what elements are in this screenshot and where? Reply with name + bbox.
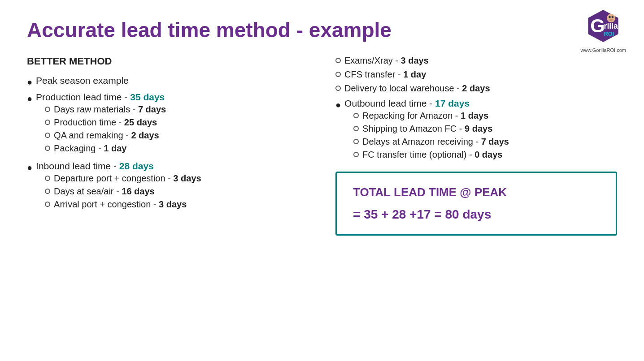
sea-days: 16 days (122, 186, 154, 196)
prod-time-days: 25 days (124, 117, 157, 127)
sub-item-delays-amazon: Delays at Amazon receiving - 7 days (353, 137, 509, 147)
svg-point-7 (609, 19, 613, 21)
sub-item-repacking: Repacking for Amazon - 1 days (353, 111, 509, 121)
bullet-icon: ● (27, 77, 32, 87)
list-item-production: ● Production lead time - 35 days Days ra… (27, 92, 309, 156)
logo-url: www.GorillaROI.com (581, 47, 626, 53)
fc-transfer-days: 0 days (474, 150, 502, 159)
arrival-days: 3 days (159, 199, 187, 209)
list-item-peak: ● Peak season example (27, 75, 309, 87)
content-area: BETTER METHOD ● Peak season example ● Pr… (27, 56, 617, 236)
repacking-days: 1 days (461, 111, 488, 120)
page-title: Accurate lead time method - example (27, 18, 617, 42)
circle-icon (335, 86, 341, 91)
list-item-outbound: ● Outbound lead time - 17 days Repacking… (335, 98, 617, 163)
outbound-label: Outbound lead time - (344, 98, 435, 108)
circle-icon (353, 126, 359, 131)
circle-icon (45, 176, 50, 181)
right-top-sub-list: Exams/Xray - 3 days CFS transfer - 1 day… (335, 56, 617, 94)
cfs-days: 1 day (403, 69, 426, 79)
outbound-content: Outbound lead time - 17 days Repacking f… (344, 98, 509, 163)
sub-item-departure: Departure port + congestion - 3 days (45, 173, 201, 184)
total-box: TOTAL LEAD TIME @ PEAK = 35 + 28 +17 = 8… (335, 172, 617, 236)
circle-icon (353, 139, 359, 144)
sub-item-shipping-fc: Shipping to Amazon FC - 9 days (353, 124, 509, 134)
svg-point-4 (607, 14, 615, 22)
sub-item-cfs: CFS transfer - 1 day (335, 69, 617, 80)
bullet-icon: ● (27, 94, 32, 104)
svg-text:G: G (590, 15, 605, 36)
outbound-sub-list: Repacking for Amazon - 1 days Shipping t… (353, 111, 509, 160)
circle-icon (45, 107, 50, 112)
list-item-label: Peak season example (36, 75, 129, 86)
production-sub-list: Days raw materials - 7 days Production t… (45, 104, 166, 154)
circle-icon (353, 113, 359, 118)
main-list: ● Peak season example ● Production lead … (27, 75, 309, 212)
list-item-inbound: ● Inbound lead time - 28 days Departure … (27, 161, 309, 212)
circle-icon (45, 189, 50, 194)
svg-text:rilla: rilla (604, 21, 618, 30)
right-column: Exams/Xray - 3 days CFS transfer - 1 day… (335, 56, 617, 236)
circle-icon (45, 146, 50, 151)
total-label: TOTAL LEAD TIME @ PEAK (353, 185, 600, 199)
gorilla-logo-icon: G rilla ROI (585, 8, 621, 44)
list-item-label: Production lead time - (36, 92, 130, 102)
outbound-highlight: 17 days (435, 98, 470, 108)
delivery-days: 2 days (462, 83, 490, 93)
production-highlight: 35 days (130, 92, 165, 102)
bullet-icon: ● (335, 100, 341, 110)
logo-area: G rilla ROI www.GorillaROI.com (581, 8, 626, 53)
sub-item-exams: Exams/Xray - 3 days (335, 56, 617, 66)
inbound-sub-list: Departure port + congestion - 3 days Day… (45, 173, 201, 210)
circle-icon (45, 202, 50, 207)
left-column: BETTER METHOD ● Peak season example ● Pr… (27, 56, 309, 236)
list-item-content: Inbound lead time - 28 days Departure po… (36, 161, 201, 212)
raw-days: 7 days (138, 104, 166, 114)
svg-point-5 (609, 16, 611, 18)
list-item-label: Inbound lead time - (36, 161, 119, 171)
sub-item-fc-transfer: FC transfer time (optional) - 0 days (353, 150, 509, 160)
inbound-highlight: 28 days (119, 161, 154, 171)
svg-text:ROI: ROI (604, 30, 614, 37)
departure-days: 3 days (173, 173, 201, 183)
bullet-icon: ● (27, 163, 32, 173)
sub-item-raw: Days raw materials - 7 days (45, 104, 166, 115)
circle-icon (45, 133, 50, 138)
list-item-content: Production lead time - 35 days Days raw … (36, 92, 166, 156)
sub-item-production-time: Production time - 25 days (45, 117, 166, 128)
total-formula: = 35 + 28 +17 = 80 days (353, 207, 600, 222)
shipping-days: 9 days (465, 124, 492, 133)
svg-point-6 (612, 16, 614, 18)
sub-item-qa: QA and remaking - 2 days (45, 130, 166, 141)
circle-icon (335, 58, 341, 63)
sub-item-packaging: Packaging - 1 day (45, 143, 166, 154)
right-main-list: ● Outbound lead time - 17 days Repacking… (335, 98, 617, 163)
sub-item-arrival: Arrival port + congestion - 3 days (45, 199, 201, 210)
packaging-day: 1 day (104, 143, 126, 153)
qa-days: 2 days (131, 130, 159, 140)
delays-days: 7 days (481, 137, 509, 146)
section-heading: BETTER METHOD (27, 56, 309, 67)
exams-days: 3 days (401, 56, 429, 65)
circle-icon (353, 152, 359, 157)
circle-icon (335, 72, 341, 77)
sub-item-sea-air: Days at sea/air - 16 days (45, 186, 201, 197)
circle-icon (45, 120, 50, 125)
sub-item-delivery-warehouse: Delivery to local warehouse - 2 days (335, 83, 617, 94)
